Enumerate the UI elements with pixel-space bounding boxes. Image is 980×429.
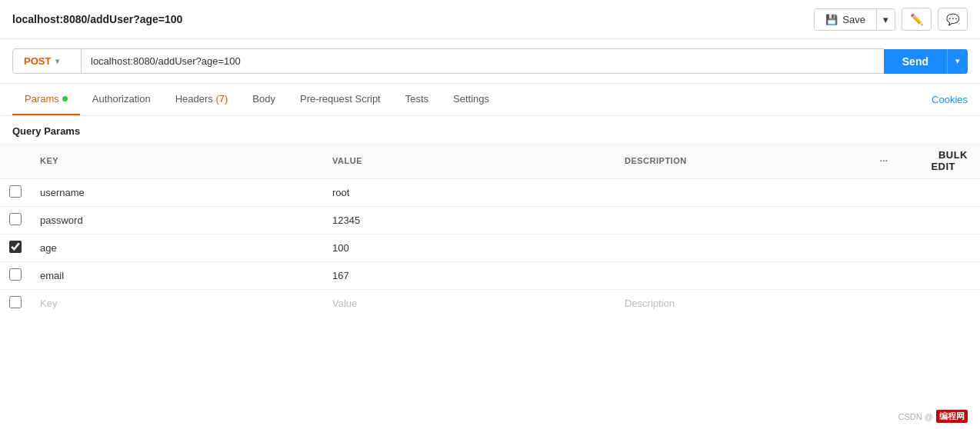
page-title: localhost:8080/addUser?age=100 xyxy=(12,13,182,25)
save-dropdown-button[interactable]: ▾ xyxy=(876,9,895,30)
row2-actions-cell xyxy=(865,207,903,234)
table-row xyxy=(0,179,980,207)
row5-checkbox[interactable] xyxy=(9,296,22,308)
row5-desc-cell xyxy=(615,290,865,318)
row2-desc-input[interactable] xyxy=(615,207,865,234)
col-bulk-edit: Bulk Edit xyxy=(903,143,980,179)
row1-checkbox[interactable] xyxy=(9,185,22,198)
row3-checkbox[interactable] xyxy=(9,241,22,253)
tab-tests-label: Tests xyxy=(405,93,428,105)
tab-params-label: Params xyxy=(25,93,59,105)
col-key: KEY xyxy=(31,143,323,179)
row1-desc-input[interactable] xyxy=(615,179,865,206)
row3-bulk-cell xyxy=(903,234,980,262)
row4-checkbox[interactable] xyxy=(9,268,22,281)
send-chevron-icon: ▾ xyxy=(955,56,960,65)
method-selector[interactable]: POST ▾ xyxy=(12,48,82,74)
params-dot-indicator xyxy=(62,96,68,101)
col-description: DESCRIPTION xyxy=(615,143,865,179)
row4-value-input[interactable] xyxy=(323,262,615,289)
row4-key-input[interactable] xyxy=(31,262,323,289)
row1-desc-cell xyxy=(615,179,865,207)
tab-params[interactable]: Params xyxy=(12,84,80,115)
comment-icon: 💬 xyxy=(946,13,959,25)
save-button[interactable]: 💾 Save xyxy=(815,9,876,30)
row2-key-cell xyxy=(31,207,323,234)
row3-checkbox-cell xyxy=(0,234,31,262)
tab-tests[interactable]: Tests xyxy=(393,84,441,115)
row4-bulk-cell xyxy=(903,262,980,290)
table-row xyxy=(0,262,980,290)
query-params-title: Query Params xyxy=(0,116,980,143)
row3-desc-input[interactable] xyxy=(615,234,865,261)
more-options-icon: ··· xyxy=(880,156,888,165)
row1-value-cell xyxy=(323,179,615,207)
row3-key-cell xyxy=(31,234,323,262)
table-row xyxy=(0,234,980,262)
bulk-edit-label: Bulk Edit xyxy=(931,149,968,172)
table-row xyxy=(0,290,980,318)
tab-body[interactable]: Body xyxy=(240,84,288,115)
row4-key-cell xyxy=(31,262,323,290)
row2-key-input[interactable] xyxy=(31,207,323,234)
row2-value-cell xyxy=(323,207,615,234)
logo-box: 编程网 xyxy=(936,410,968,423)
tab-headers-label: Headers (7) xyxy=(175,93,228,105)
row2-checkbox[interactable] xyxy=(9,213,22,225)
col-value: VALUE xyxy=(323,143,615,179)
tab-prerequest[interactable]: Pre-request Script xyxy=(288,84,393,115)
row4-checkbox-cell xyxy=(0,262,31,290)
row5-value-input[interactable] xyxy=(323,290,615,317)
url-input[interactable] xyxy=(82,48,884,74)
row3-actions-cell xyxy=(865,234,903,262)
row1-value-input[interactable] xyxy=(323,179,615,206)
method-chevron-icon: ▾ xyxy=(55,57,59,65)
col-dots: ··· xyxy=(865,143,903,179)
content-area: Query Params KEY VALUE DESCRIPTION ··· B… xyxy=(0,116,980,317)
save-icon: 💾 xyxy=(825,14,838,25)
col-checkbox xyxy=(0,143,31,179)
row5-desc-input[interactable] xyxy=(615,290,865,317)
headers-badge: (7) xyxy=(215,93,228,105)
row3-key-input[interactable] xyxy=(31,234,323,261)
chevron-down-icon: ▾ xyxy=(883,14,888,25)
watermark: CSDN @ 编程网 xyxy=(898,410,968,423)
row5-key-cell xyxy=(31,290,323,318)
tabs-bar: Params Authorization Headers (7) Body Pr… xyxy=(0,84,980,116)
row1-actions-cell xyxy=(865,179,903,207)
row2-checkbox-cell xyxy=(0,207,31,234)
row5-actions-cell xyxy=(865,290,903,318)
pencil-icon: ✏️ xyxy=(910,13,923,25)
tab-headers[interactable]: Headers (7) xyxy=(163,84,241,115)
row4-desc-input[interactable] xyxy=(615,262,865,289)
row1-checkbox-cell xyxy=(0,179,31,207)
send-dropdown-button[interactable]: ▾ xyxy=(947,49,968,74)
row1-bulk-cell xyxy=(903,179,980,207)
watermark-text: CSDN @ xyxy=(898,412,933,421)
tab-settings[interactable]: Settings xyxy=(441,84,502,115)
comment-icon-button[interactable]: 💬 xyxy=(938,8,968,31)
params-table: KEY VALUE DESCRIPTION ··· Bulk Edit xyxy=(0,143,980,317)
row4-value-cell xyxy=(323,262,615,290)
method-label: POST xyxy=(24,55,51,67)
row5-key-input[interactable] xyxy=(31,290,323,317)
edit-icon-button[interactable]: ✏️ xyxy=(902,8,932,31)
row2-bulk-cell xyxy=(903,207,980,234)
row2-value-input[interactable] xyxy=(323,207,615,234)
tab-body-label: Body xyxy=(252,93,275,105)
tab-settings-label: Settings xyxy=(453,93,489,105)
top-bar-actions: 💾 Save ▾ ✏️ 💬 xyxy=(814,8,968,31)
row3-value-cell xyxy=(323,234,615,262)
row4-desc-cell xyxy=(615,262,865,290)
tab-authorization[interactable]: Authorization xyxy=(80,84,163,115)
row3-value-input[interactable] xyxy=(323,234,615,261)
watermark-logo: 编程网 xyxy=(936,410,968,423)
row5-value-cell xyxy=(323,290,615,318)
row5-checkbox-cell xyxy=(0,290,31,318)
send-button[interactable]: Send xyxy=(884,49,947,74)
cookies-link[interactable]: Cookies xyxy=(932,85,968,115)
row1-key-input[interactable] xyxy=(31,179,323,206)
row1-key-cell xyxy=(31,179,323,207)
tab-prerequest-label: Pre-request Script xyxy=(300,93,381,105)
tab-authorization-label: Authorization xyxy=(92,93,151,105)
